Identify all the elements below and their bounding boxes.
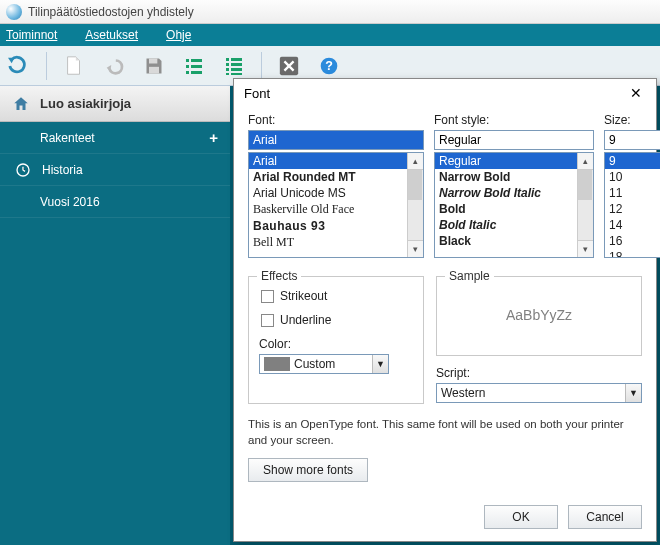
font-option[interactable]: Arial Unicode MS	[249, 185, 423, 201]
script-label: Script:	[436, 366, 642, 380]
svg-rect-7	[191, 71, 202, 74]
plus-icon[interactable]: +	[209, 129, 218, 146]
svg-rect-10	[226, 68, 229, 71]
style-option[interactable]: Narrow Bold Italic	[435, 185, 593, 201]
chevron-down-icon: ▼	[625, 384, 641, 402]
sidebar-label: Vuosi 2016	[40, 195, 100, 209]
sidebar-label: Rakenteet	[40, 131, 95, 145]
checkbox-icon	[261, 314, 274, 327]
size-option[interactable]: 10	[605, 169, 660, 185]
svg-rect-13	[231, 63, 242, 66]
size-label: Size:	[604, 113, 660, 127]
font-option[interactable]: Arial	[249, 153, 423, 169]
close-icon[interactable]	[276, 53, 302, 79]
font-style-input[interactable]	[434, 130, 594, 150]
font-option[interactable]: Bauhaus 93	[249, 218, 423, 234]
size-listbox[interactable]: 9 10 11 12 14 16 18	[604, 152, 660, 258]
font-dialog: Font ✕ Font: Arial Arial Rounded MT Aria…	[233, 78, 657, 542]
size-option[interactable]: 14	[605, 217, 660, 233]
svg-rect-2	[186, 59, 189, 62]
window-titlebar: Tilinpäätöstiedostojen yhdistely	[0, 0, 660, 24]
menu-toiminnot[interactable]: Toiminnot	[6, 28, 57, 42]
scrollbar-thumb[interactable]	[408, 170, 422, 200]
checkbox-icon	[261, 290, 274, 303]
sidebar-item-historia[interactable]: Historia	[0, 154, 230, 186]
size-option[interactable]: 18	[605, 249, 660, 258]
svg-rect-1	[149, 66, 159, 73]
menu-bar: Toiminnot Asetukset Ohje	[0, 24, 660, 46]
save-icon[interactable]	[141, 53, 167, 79]
color-combobox[interactable]: Custom ▼	[259, 354, 389, 374]
font-input[interactable]	[248, 130, 424, 150]
svg-text:?: ?	[325, 59, 333, 73]
style-option[interactable]: Bold	[435, 201, 593, 217]
sidebar-label: Luo asiakirjoja	[40, 96, 131, 111]
size-option[interactable]: 16	[605, 233, 660, 249]
strikeout-checkbox[interactable]: Strikeout	[261, 289, 413, 303]
clock-icon	[14, 161, 32, 179]
script-combobox[interactable]: Western ▼	[436, 383, 642, 403]
ok-button[interactable]: OK	[484, 505, 558, 529]
svg-rect-4	[186, 71, 189, 74]
menu-asetukset[interactable]: Asetukset	[85, 28, 138, 42]
home-icon	[12, 95, 30, 113]
sidebar-item-rakenteet[interactable]: Rakenteet +	[0, 122, 230, 154]
size-option[interactable]: 12	[605, 201, 660, 217]
scrollbar[interactable]	[407, 153, 423, 257]
effects-group: Effects Strikeout Underline Color: Custo…	[248, 276, 424, 404]
menu-ohje[interactable]: Ohje	[166, 28, 191, 42]
svg-rect-3	[186, 65, 189, 68]
toolbar-separator	[261, 52, 262, 80]
font-style-label: Font style:	[434, 113, 594, 127]
font-style-listbox[interactable]: Regular Narrow Bold Narrow Bold Italic B…	[434, 152, 594, 258]
dialog-titlebar: Font ✕	[234, 79, 656, 107]
undo-icon[interactable]	[101, 53, 127, 79]
svg-rect-9	[226, 63, 229, 66]
effects-legend: Effects	[257, 269, 301, 283]
scrollbar[interactable]	[577, 153, 593, 257]
help-icon[interactable]: ?	[316, 53, 342, 79]
svg-rect-15	[231, 73, 242, 75]
style-option[interactable]: Regular	[435, 153, 593, 169]
sidebar: Luo asiakirjoja Rakenteet + Historia Vuo…	[0, 86, 230, 545]
font-option[interactable]: Bell MT	[249, 234, 423, 251]
chevron-down-icon: ▼	[372, 355, 388, 373]
dialog-title: Font	[244, 86, 270, 101]
underline-checkbox[interactable]: Underline	[261, 313, 413, 327]
size-input[interactable]	[604, 130, 660, 150]
sample-legend: Sample	[445, 269, 494, 283]
svg-rect-14	[231, 68, 242, 71]
app-logo-icon	[6, 4, 22, 20]
scrollbar-thumb[interactable]	[578, 170, 592, 200]
underline-label: Underline	[280, 313, 331, 327]
font-listbox[interactable]: Arial Arial Rounded MT Arial Unicode MS …	[248, 152, 424, 258]
dialog-close-button[interactable]: ✕	[626, 83, 646, 103]
new-doc-icon[interactable]	[61, 53, 87, 79]
font-option[interactable]: Arial Rounded MT	[249, 169, 423, 185]
font-option[interactable]: Baskerville Old Face	[249, 201, 423, 218]
svg-rect-12	[231, 58, 242, 61]
style-option[interactable]: Black	[435, 233, 593, 249]
refresh-icon[interactable]	[6, 53, 32, 79]
size-option[interactable]: 9	[605, 153, 660, 169]
list1-icon[interactable]	[181, 53, 207, 79]
sample-group: Sample AaBbYyZz	[436, 276, 642, 356]
style-option[interactable]: Narrow Bold	[435, 169, 593, 185]
style-option[interactable]: Bold Italic	[435, 217, 593, 233]
strikeout-label: Strikeout	[280, 289, 327, 303]
font-label: Font:	[248, 113, 424, 127]
show-more-fonts-button[interactable]: Show more fonts	[248, 458, 368, 482]
size-option[interactable]: 11	[605, 185, 660, 201]
sidebar-item-vuosi-2016[interactable]: Vuosi 2016	[0, 186, 230, 218]
color-swatch	[264, 357, 290, 371]
sidebar-item-luo-asiakirjoja[interactable]: Luo asiakirjoja	[0, 86, 230, 122]
svg-rect-0	[149, 58, 157, 63]
script-value: Western	[437, 386, 489, 400]
sidebar-label: Historia	[42, 163, 83, 177]
window-title: Tilinpäätöstiedostojen yhdistely	[28, 5, 194, 19]
font-info-text: This is an OpenType font. This same font…	[248, 416, 642, 448]
cancel-button[interactable]: Cancel	[568, 505, 642, 529]
svg-rect-11	[226, 73, 229, 75]
color-label: Color:	[259, 337, 413, 351]
list2-icon[interactable]	[221, 53, 247, 79]
